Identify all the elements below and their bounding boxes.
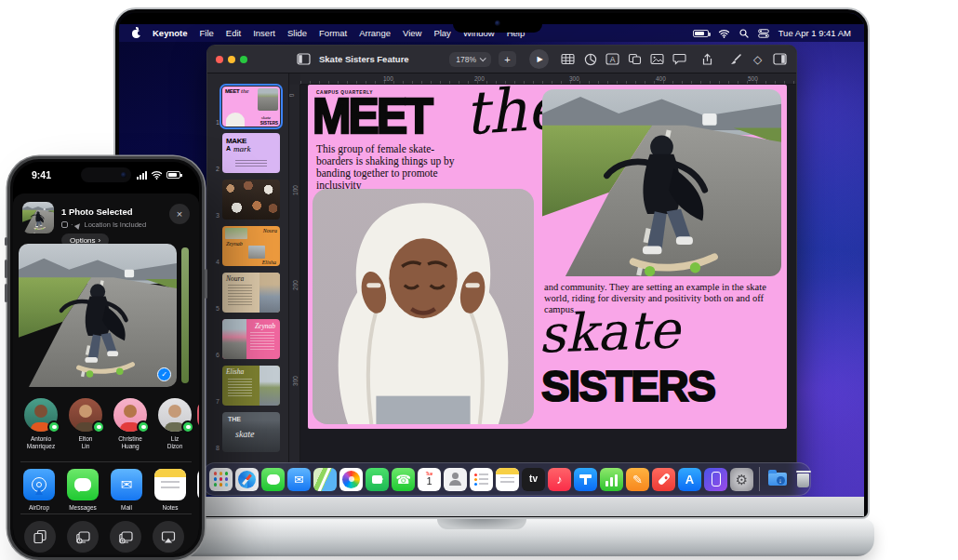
photo-preview[interactable]: ✓ [19,244,177,387]
menu-edit[interactable]: Edit [226,28,241,38]
slide-7-thumbnail[interactable]: Elisha [222,366,280,406]
format-brush-icon[interactable] [727,51,743,67]
share-notes[interactable]: Notes [153,469,187,511]
dock-contacts-icon[interactable] [444,468,467,491]
spotlight-search-icon[interactable] [739,29,749,38]
share-airdrop[interactable]: AirDrop [22,469,56,511]
text-box-icon[interactable]: A [605,51,620,67]
slide-thumbnail-row[interactable]: 2 MAKE A mark [207,133,288,173]
menu-format[interactable]: Format [319,28,347,38]
slide-2-thumbnail[interactable]: MAKE A mark [222,133,280,173]
menu-arrange[interactable]: Arrange [359,28,391,38]
slide-thumbnail-row[interactable]: 6 Zeynab [207,319,288,359]
contact-antonio[interactable]: AntonioManriquez [20,398,61,451]
mini-text: Elisha [262,260,276,265]
volume-down-button[interactable] [5,284,7,302]
slide-6-thumbnail[interactable]: Zeynab [222,319,280,359]
slide-thumbnail-row[interactable]: 1 MEET the skate SISTERS [207,87,288,127]
add-to-shared-album-action-button[interactable] [67,521,99,553]
slide-thumbnail-row[interactable]: 7 Elisha [207,366,288,406]
menu-clock[interactable]: Tue Apr 1 9:41 AM [778,28,851,38]
share-icon[interactable] [699,51,715,67]
dock-phone-icon[interactable]: ☎ [392,468,415,491]
airplay-action-button[interactable] [153,521,184,553]
menu-insert[interactable]: Insert [253,28,275,38]
slide-3-thumbnail[interactable] [222,180,280,220]
menu-view[interactable]: View [403,28,421,38]
add-slide-button[interactable]: + [499,51,516,67]
slide-8-thumbnail[interactable]: THE skate [222,412,280,452]
play-button[interactable]: ▶ [529,49,549,69]
side-button[interactable] [205,269,207,299]
dock-pages-icon[interactable]: ✎ [626,468,649,491]
dock-maps-icon[interactable] [313,468,337,491]
slide-4-thumbnail[interactable]: Noura Zeynab Elisha [222,226,280,266]
minimize-window-button[interactable] [228,56,235,63]
dock-rocket-app-icon[interactable] [652,468,675,491]
battery-icon[interactable] [693,30,709,37]
dock-trash-icon[interactable] [792,468,815,491]
slide-thumbnail-row[interactable]: 3 [207,180,288,220]
animate-icon[interactable]: ◇ [750,51,765,67]
dock-app-store-icon[interactable]: A [678,468,701,491]
dock-downloads-folder-icon[interactable]: ↓ [765,468,789,491]
contact-christine[interactable]: ChristineHuang [110,398,151,451]
slide-5-thumbnail[interactable]: Noura [222,273,280,313]
slide-photo-hijab-portrait[interactable] [313,189,534,424]
avatar [69,398,102,432]
menu-play[interactable]: Play [433,28,450,38]
slide-photo-skateboarder[interactable] [542,89,781,276]
dock-messages-icon[interactable] [261,468,285,491]
dock-keynote-icon[interactable] [574,468,597,491]
menu-app-name[interactable]: Keynote [153,28,187,38]
dock-calendar-icon[interactable]: Tue1 [418,468,441,491]
zoom-window-button[interactable] [240,56,247,63]
close-window-button[interactable] [216,56,223,63]
dock-photos-icon[interactable] [339,468,363,491]
zoom-level-dropdown[interactable]: 178% [449,52,491,67]
contact-liz[interactable]: LizDizon [154,398,195,451]
dock-numbers-icon[interactable] [600,468,623,491]
dock-launchpad-icon[interactable] [209,468,233,491]
close-share-sheet-button[interactable]: × [169,204,190,224]
menu-file[interactable]: File [199,28,213,38]
dock-system-settings-icon[interactable]: ⚙ [730,468,753,491]
slide-1-thumbnail-selected[interactable]: MEET the skate SISTERS [222,87,280,127]
share-messages[interactable]: Messages [66,469,100,511]
contact-elton[interactable]: EltonLin [65,398,106,451]
table-icon[interactable] [560,51,576,67]
apple-menu-icon[interactable] [132,28,140,38]
scene: Keynote File Edit Insert Slide Format Ar… [0,0,958,560]
menu-slide[interactable]: Slide [287,28,307,38]
wifi-icon[interactable] [718,29,730,38]
slide-thumbnail-row[interactable]: 8 THE skate [207,412,288,452]
slide-navigator: 1 MEET the skate SISTERS 2 MAKE A [207,73,289,494]
dock-tv-icon[interactable]: tv [522,468,545,491]
shape-icon[interactable] [627,51,643,67]
dock-facetime-icon[interactable] [366,468,389,491]
macbook-screen: Keynote File Edit Insert Slide Format Ar… [119,13,864,497]
dock-safari-icon[interactable] [235,468,259,491]
slide-thumbnail-row[interactable]: 5 Noura [207,273,288,313]
media-icon[interactable] [649,51,665,67]
copy-action-button[interactable] [24,521,56,553]
slide-thumbnail-row[interactable]: 4 Noura Zeynab Elisha [207,226,288,266]
dock-iphone-mirroring-icon[interactable] [704,468,727,491]
dock-reminders-icon[interactable] [470,468,493,491]
contact-partial-avatar[interactable] [197,398,199,432]
next-photo-peek[interactable] [181,247,189,383]
action-button[interactable] [5,237,7,246]
comment-icon[interactable] [672,51,687,67]
slide-editor[interactable]: CAMPUS QUARTERLY MEET the This group of … [308,85,787,429]
dock-music-icon[interactable]: ♪ [548,468,571,491]
view-sidebar-icon[interactable] [296,51,312,67]
add-to-album-action-button[interactable] [110,521,141,553]
share-mail[interactable]: ✉ Mail [110,469,143,511]
dock-notes-icon[interactable] [496,468,519,491]
control-center-icon[interactable] [758,29,769,38]
dock-mail-icon[interactable]: ✉ [287,468,311,491]
document-inspector-icon[interactable] [772,51,788,67]
share-app-partial-icon[interactable] [197,469,199,500]
volume-up-button[interactable] [5,260,7,278]
chart-icon[interactable] [582,51,598,67]
